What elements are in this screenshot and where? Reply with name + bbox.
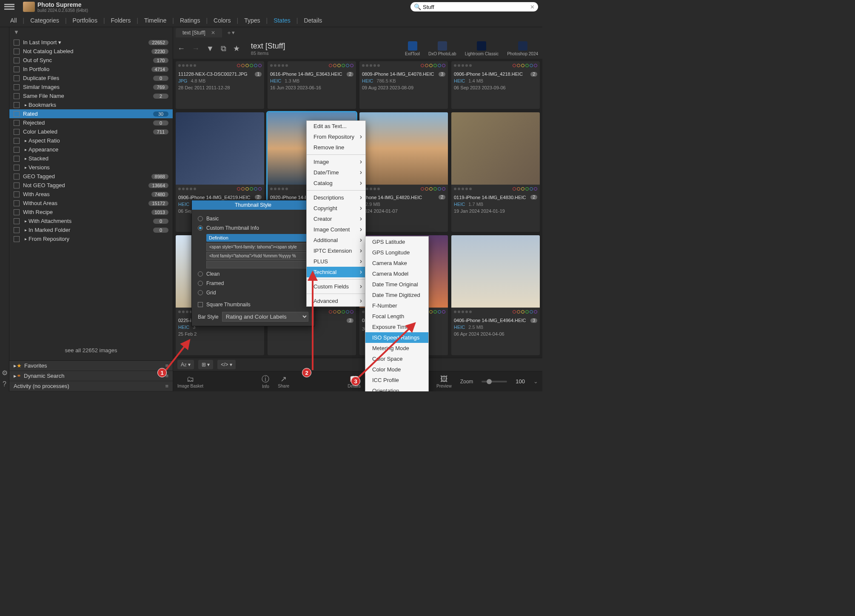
sidebar-item[interactable]: In Portfolio4714 [9,65,173,74]
info-button[interactable]: ⓘInfo [262,374,269,389]
menu-item[interactable]: GPS Longitude [365,247,428,258]
ext-app-exiftool[interactable]: ExifTool [405,41,420,56]
color-dot[interactable] [342,310,345,314]
rating-dot[interactable] [469,188,472,190]
menu-item[interactable]: Date Time Digitized [365,290,428,300]
rating-dot[interactable] [182,64,185,67]
checkbox-icon[interactable] [14,138,20,144]
rating-dot[interactable] [373,188,376,190]
menu-icon[interactable]: ≡ [165,383,168,389]
color-dot[interactable] [258,64,262,67]
sidebar-item[interactable]: ▸Appearance [9,145,173,154]
checkbox-icon[interactable] [14,57,20,63]
radio-grid[interactable]: Grid [198,288,308,297]
color-dot[interactable] [433,310,437,314]
color-dot[interactable] [329,64,332,67]
rating-dot[interactable] [458,188,460,190]
color-dot[interactable] [530,310,533,314]
checkbox-icon[interactable] [14,200,20,206]
checkbox-icon[interactable] [14,75,20,81]
menu-item[interactable]: Exposure Time [365,322,428,332]
checkbox-icon[interactable] [14,66,20,72]
menu-icon[interactable] [4,2,14,12]
color-dot[interactable] [442,64,445,67]
menu-item[interactable]: Edit as Text... [307,121,365,131]
expand-icon[interactable]: ▸ [25,165,27,170]
rating-dot[interactable] [366,64,368,67]
definition-field[interactable]: Definition [206,234,308,242]
ext-app-lightroom-classic[interactable]: Lightroom Classic [465,41,499,56]
sidebar-item[interactable]: GEO Tagged8988 [9,172,173,181]
rating-dot[interactable] [362,64,365,67]
rating-dot[interactable] [278,188,280,190]
checkbox-icon[interactable] [14,48,20,54]
rating-dot[interactable] [270,64,273,67]
tab-colors[interactable]: Colors [208,14,237,26]
menu-icon[interactable]: ≡ [165,362,168,369]
menu-item[interactable]: Descriptions [307,192,365,203]
menu-item[interactable]: ISO Speed Ratings [365,332,428,343]
checkbox-icon[interactable] [14,209,20,215]
checkbox-icon[interactable] [14,165,20,171]
tab-details[interactable]: Details [298,14,328,26]
sidebar-item[interactable]: ▸In Marked Folder0 [9,225,173,234]
menu-item[interactable]: From Repository [307,131,365,142]
menu-item[interactable]: Color Mode [365,364,428,375]
checkbox-icon[interactable] [14,40,20,46]
expand-icon[interactable]: ▸ [25,156,27,161]
tab-ratings[interactable]: Ratings [174,14,206,26]
rating-dot[interactable] [270,188,273,190]
color-dot[interactable] [333,310,336,314]
checkbox-icon[interactable] [14,156,20,162]
code-button[interactable]: </> ▾ [217,360,236,369]
color-dot[interactable] [534,310,537,314]
menu-item[interactable]: Creator [307,214,365,224]
menu-item[interactable]: Additional [307,235,365,245]
menu-item[interactable]: Date/Time [307,167,365,178]
sidebar-item[interactable]: Rejected0 [9,118,173,127]
template-line-1[interactable]: <span style="font-family: tahoma"><span … [206,243,308,251]
expand-icon[interactable]: ▸ [25,147,27,152]
thumbnail-card[interactable]: 0906-iPhone 14-IMG_4218.HEIC2HEIC1.4 MB0… [451,61,540,109]
color-dot[interactable] [429,310,433,314]
rating-dot[interactable] [178,188,181,190]
rating-dot[interactable] [178,64,181,67]
clear-icon[interactable]: ✕ [530,4,535,10]
color-dot[interactable] [521,310,524,314]
color-dot[interactable] [513,187,516,191]
menu-item[interactable]: Camera Model [365,268,428,279]
rating-dot[interactable] [373,64,376,67]
sidebar-item[interactable]: Without Areas15172 [9,199,173,208]
expand-icon[interactable]: ▸ [25,103,27,107]
rating-dot[interactable] [370,64,372,67]
filter-icon[interactable]: ▼ [9,27,173,37]
color-dot[interactable] [513,310,516,314]
preview-button[interactable]: 🖼Preview [436,375,452,388]
expand-icon[interactable]: ▸ [25,219,27,223]
tab-timeline[interactable]: Timeline [138,14,172,26]
menu-item[interactable]: Focal Length [365,311,428,322]
color-dot[interactable] [258,187,262,191]
color-dot[interactable] [350,310,353,314]
color-dot[interactable] [525,64,529,67]
checkbox-icon[interactable] [14,174,20,180]
rating-dot[interactable] [377,64,380,67]
checkbox-icon[interactable] [14,93,20,99]
color-dot[interactable] [237,187,240,191]
sidebar-item[interactable]: ▸Versions [9,163,173,172]
rating-dot[interactable] [285,188,288,190]
menu-item[interactable]: Copyright [307,203,365,214]
sidebar-item[interactable]: Similar Images769 [9,83,173,91]
color-dot[interactable] [438,64,441,67]
color-dot[interactable] [425,187,428,191]
color-dot[interactable] [421,187,424,191]
sidebar-item[interactable]: Duplicate Files0 [9,74,173,83]
menu-item[interactable]: Metering Mode [365,343,428,354]
sidebar-item[interactable]: Same File Name2 [9,91,173,100]
color-dot[interactable] [254,187,257,191]
menu-item[interactable]: Technical [307,267,365,277]
back-icon[interactable]: ← [177,44,185,53]
rating-dot[interactable] [366,188,368,190]
sidebar-item[interactable]: With Recipe1013 [9,208,173,217]
rating-dot[interactable] [462,188,464,190]
